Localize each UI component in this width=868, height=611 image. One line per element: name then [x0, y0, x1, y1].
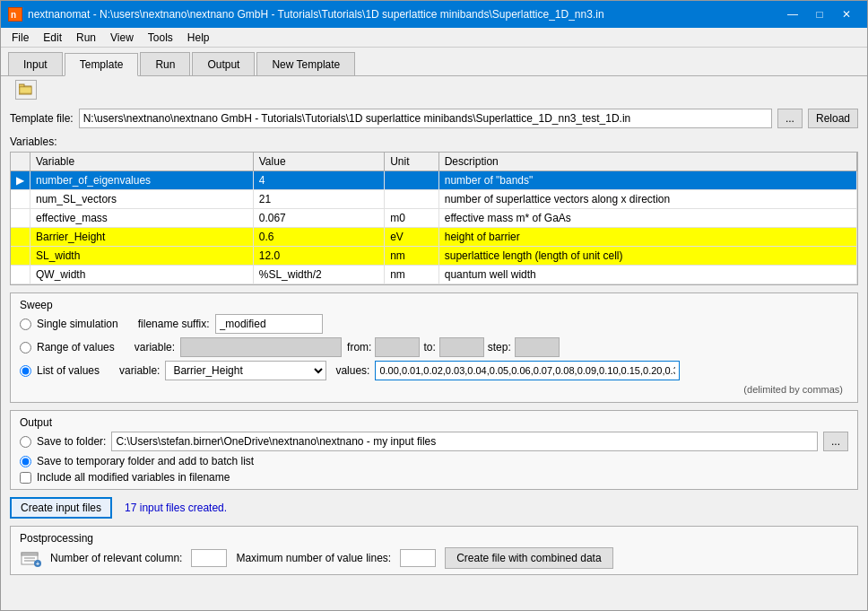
create-combined-file-button[interactable]: Create file with combined data: [445, 547, 612, 569]
variable-name: number_of_eigenvalues: [30, 171, 254, 190]
variable-value: %SL_width/2: [253, 266, 384, 284]
column-input[interactable]: [191, 549, 227, 567]
tab-new-template[interactable]: New Template: [256, 52, 355, 75]
range-values-label[interactable]: Range of values: [37, 341, 115, 354]
table-row[interactable]: ▶ number_of_eigenvalues 4 number of "ban…: [11, 171, 857, 190]
tab-input[interactable]: Input: [8, 52, 63, 75]
maximize-button[interactable]: □: [806, 5, 833, 23]
variable-unit: [385, 171, 439, 190]
save-temp-row: Save to temporary folder and add to batc…: [20, 455, 848, 467]
template-file-label: Template file:: [10, 112, 74, 125]
col-unit: Unit: [385, 153, 439, 171]
menu-help[interactable]: Help: [180, 30, 217, 46]
variable-name: num_SL_vectors: [30, 190, 254, 209]
variables-table: Variable Value Unit Description ▶ number…: [11, 153, 857, 284]
filename-suffix-input[interactable]: [215, 314, 323, 334]
single-simulation-row: Single simulation filename suffix:: [20, 314, 848, 334]
create-input-files-button[interactable]: Create input files: [10, 497, 112, 519]
variable-value: 12.0: [253, 247, 384, 266]
toolbar: [1, 76, 867, 103]
variable-name: SL_width: [30, 247, 254, 266]
single-simulation-label[interactable]: Single simulation: [37, 318, 118, 330]
list-values-radio-row: List of values variable: Barrier_Height …: [20, 361, 848, 380]
variable-description: quantum well width: [438, 266, 856, 284]
save-temp-radio[interactable]: [20, 456, 31, 467]
filename-suffix-label: filename suffix:: [138, 318, 210, 330]
single-simulation-radio[interactable]: [20, 319, 31, 330]
to-label: to:: [423, 341, 435, 354]
list-variable-select[interactable]: Barrier_Height: [165, 361, 326, 380]
title-bar-left: n nextnanomat - N:\users\nextnano\nextna…: [8, 7, 604, 22]
row-indicator: [11, 247, 30, 266]
to-input[interactable]: [439, 337, 484, 357]
table-row[interactable]: QW_width %SL_width/2 nm quantum well wid…: [11, 266, 857, 284]
svg-text:+: +: [36, 561, 39, 567]
step-label: step:: [488, 341, 511, 354]
menu-file[interactable]: File: [4, 30, 36, 46]
variable-unit: eV: [385, 228, 439, 247]
title-bar: n nextnanomat - N:\users\nextnano\nextna…: [1, 1, 867, 28]
variable-name: Barrier_Height: [30, 228, 254, 247]
svg-rect-6: [22, 553, 38, 555]
list-values-radio[interactable]: [20, 365, 31, 377]
include-modified-label[interactable]: Include all modified variables in filena…: [37, 471, 230, 484]
title-bar-controls: — □ ✕: [779, 5, 860, 23]
column-label: Number of relevant column:: [50, 552, 182, 564]
row-indicator: [11, 209, 30, 228]
variable-description: effective mass m* of GaAs: [438, 209, 856, 228]
create-row: Create input files 17 input files create…: [10, 497, 858, 519]
from-label: from:: [347, 341, 371, 354]
max-lines-input[interactable]: [400, 549, 436, 567]
open-icon: [19, 83, 33, 98]
close-button[interactable]: ✕: [833, 5, 860, 23]
save-folder-label[interactable]: Save to folder:: [37, 435, 106, 448]
range-variable-input[interactable]: [180, 337, 342, 357]
variables-table-container: Variable Value Unit Description ▶ number…: [10, 152, 858, 285]
table-row[interactable]: num_SL_vectors 21 number of superlattice…: [11, 190, 857, 209]
variable-unit: nm: [385, 247, 439, 266]
template-file-input[interactable]: [79, 109, 772, 128]
include-modified-checkbox[interactable]: [20, 472, 31, 484]
variable-value: 4: [253, 171, 384, 190]
minimize-button[interactable]: —: [779, 5, 806, 23]
variable-description: superlattice length (length of unit cell…: [438, 247, 856, 266]
output-label: Output: [20, 416, 848, 429]
tab-template[interactable]: Template: [65, 53, 139, 76]
menu-edit[interactable]: Edit: [36, 30, 69, 46]
values-input[interactable]: [375, 361, 680, 380]
variable-value: 0.067: [253, 209, 384, 228]
menu-run[interactable]: Run: [69, 30, 103, 46]
step-input[interactable]: [515, 337, 560, 357]
table-row[interactable]: SL_width 12.0 nm superlattice length (le…: [11, 247, 857, 266]
table-row[interactable]: Barrier_Height 0.6 eV height of barrier: [11, 228, 857, 247]
template-file-browse-button[interactable]: ...: [777, 109, 803, 128]
template-file-row: Template file: ... Reload: [10, 109, 858, 128]
save-folder-row: Save to folder: ...: [20, 432, 848, 451]
reload-button[interactable]: Reload: [808, 109, 858, 128]
save-temp-label[interactable]: Save to temporary folder and add to batc…: [37, 455, 254, 467]
tab-run[interactable]: Run: [140, 52, 190, 75]
output-section: Output Save to folder: ... Save to tempo…: [10, 410, 858, 490]
sweep-section: Sweep Single simulation filename suffix:…: [10, 292, 858, 403]
variable-description: height of barrier: [438, 228, 856, 247]
tab-output[interactable]: Output: [192, 52, 255, 75]
menu-tools[interactable]: Tools: [141, 30, 180, 46]
menu-view[interactable]: View: [103, 30, 141, 46]
save-folder-radio[interactable]: [20, 436, 31, 448]
folder-browse-button[interactable]: ...: [823, 432, 848, 451]
content-area: Template file: ... Reload Variables: Var…: [1, 103, 867, 610]
postprocessing-section: Postprocessing + Number of relevant colu…: [10, 526, 858, 575]
range-variable-label: variable:: [135, 341, 175, 354]
postprocessing-label: Postprocessing: [20, 532, 848, 545]
table-row[interactable]: effective_mass 0.067 m0 effective mass m…: [11, 209, 857, 228]
range-values-radio[interactable]: [20, 342, 31, 354]
open-button[interactable]: [15, 80, 37, 100]
from-input[interactable]: [375, 337, 420, 357]
list-values-label[interactable]: List of values: [37, 364, 100, 377]
tab-bar: Input Template Run Output New Template: [1, 48, 867, 76]
svg-rect-3: [19, 84, 24, 87]
main-window: n nextnanomat - N:\users\nextnano\nextna…: [0, 0, 868, 611]
row-indicator: [11, 190, 30, 209]
variable-name: QW_width: [30, 266, 254, 284]
folder-input[interactable]: [111, 432, 818, 451]
